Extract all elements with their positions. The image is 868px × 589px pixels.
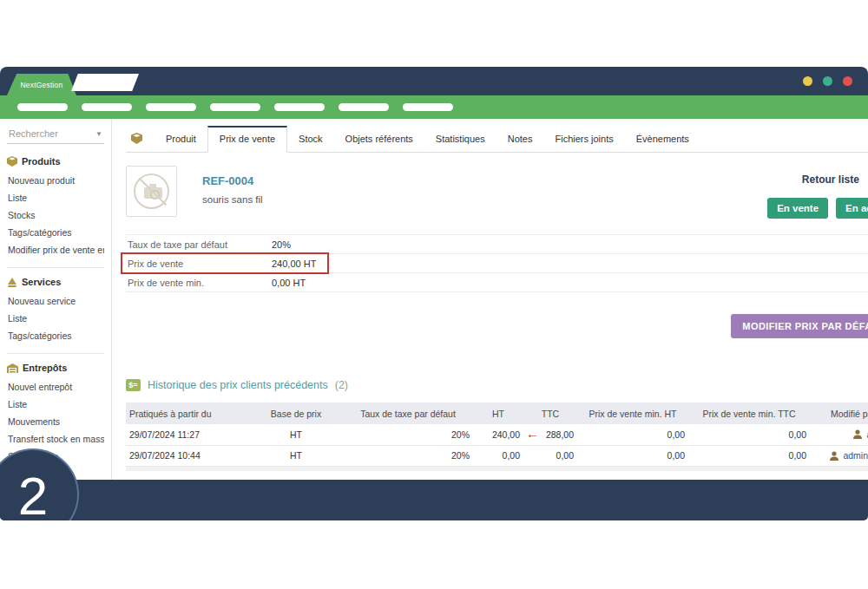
sidebar-section-title: Services: [7, 277, 104, 287]
slash-line: [139, 178, 168, 206]
price-history-icon: $=: [126, 379, 141, 391]
en-vente-button[interactable]: En vente: [767, 198, 828, 219]
screenshot-page: NextGestion Rechercher ▼: [0, 0, 868, 589]
user-link[interactable]: admin: [843, 450, 868, 461]
field-value: 240,00 HT: [272, 259, 316, 269]
nav-pill-2[interactable]: [82, 103, 132, 111]
sidebar-item-liste-services[interactable]: Liste: [7, 310, 104, 327]
product-photo-placeholder[interactable]: [126, 166, 177, 217]
sidebar-section-title: Entrepôts: [7, 363, 104, 373]
cell-date: 29/07/2024 10:44: [126, 445, 249, 466]
tab-stock[interactable]: Stock: [287, 126, 334, 152]
brand-logo[interactable]: NextGestion: [7, 74, 76, 95]
field-row-prix-min: Prix de vente min. 0,00 HT: [126, 272, 868, 291]
tab-product-home[interactable]: [126, 126, 155, 152]
nav-pill-4[interactable]: [210, 103, 260, 111]
tab-produit[interactable]: Produit: [155, 126, 207, 152]
sidebar-item-nouvel-entrepot[interactable]: Nouvel entrepôt: [7, 378, 104, 396]
cell-tax: 20%: [343, 445, 473, 466]
nav-pill-5[interactable]: [274, 103, 325, 111]
brand-ghost-shape: [71, 74, 139, 91]
chevron-down-icon: ▼: [95, 130, 102, 138]
en-achat-button[interactable]: En achat: [836, 198, 868, 219]
brand-label: NextGestion: [21, 81, 63, 89]
table-row: 29/07/2024 11:27 HT 20% 240,00← 288,00 0…: [126, 424, 868, 445]
window-dot-red-icon[interactable]: [843, 76, 852, 86]
top-title-bar: NextGestion: [0, 67, 868, 95]
sidebar-section-produits: Produits Nouveau produit Liste Stocks Ta…: [0, 147, 111, 262]
window-dot-teal-icon[interactable]: [823, 76, 832, 86]
field-value: 0,00 HT: [272, 278, 306, 288]
cell-min-ht: 0,00: [577, 445, 688, 466]
back-to-list-link[interactable]: Retour liste: [802, 173, 859, 186]
sidebar-item-nouveau-service[interactable]: Nouveau service: [7, 292, 104, 310]
history-count: (2): [335, 379, 348, 391]
services-icon: [7, 278, 17, 287]
field-label: Prix de vente min.: [126, 278, 272, 288]
col-tax: Taux de taxe par défaut: [343, 402, 473, 424]
tab-notes[interactable]: Notes: [496, 126, 544, 152]
cell-user: admin: [810, 445, 868, 466]
warehouse-icon: [7, 363, 18, 373]
product-name: souris sans fil: [202, 194, 263, 205]
tab-evenements[interactable]: Évènements: [625, 126, 700, 152]
nav-pill-3[interactable]: [146, 103, 196, 111]
tab-objets-referents[interactable]: Objets référents: [334, 126, 424, 152]
col-ht: HT: [473, 402, 523, 424]
col-min-ttc: Prix de vente min. TTC: [688, 402, 810, 424]
field-value: 20%: [272, 239, 291, 250]
app-window: NextGestion Rechercher ▼: [0, 67, 868, 520]
field-label: Taux de taxe par défaut: [126, 239, 272, 250]
sidebar: Rechercher ▼ Produits Nouveau produit Li…: [0, 119, 112, 480]
table-row: 29/07/2024 10:44 HT 20% 0,00 0,00 0,00 0…: [126, 445, 868, 466]
window-dot-yellow-icon[interactable]: [803, 76, 812, 86]
cell-base: HT: [249, 424, 343, 445]
red-arrow-icon: ←: [526, 427, 539, 440]
user-icon: [853, 429, 862, 439]
window-controls: [803, 76, 852, 86]
cell-date: 29/07/2024 11:27: [126, 424, 249, 445]
sidebar-item-mouvements[interactable]: Mouvements: [7, 413, 104, 430]
table-footer-strip: [126, 467, 868, 471]
sidebar-search-select[interactable]: Rechercher ▼: [7, 126, 104, 144]
col-min-ht: Prix de vente min. HT: [577, 402, 688, 424]
user-icon: [830, 451, 838, 461]
package-icon: [131, 133, 142, 144]
price-history-table: Pratiqués à partir du Base de prix Taux …: [126, 402, 868, 467]
tab-prix-de-vente[interactable]: Prix de vente: [207, 126, 287, 153]
main-panel: Produit Prix de vente Stock Objets référ…: [112, 119, 868, 480]
nav-pill-7[interactable]: [403, 103, 453, 111]
sidebar-item-modifier-prix[interactable]: Modifier prix de vente en ...: [7, 241, 104, 259]
sidebar-item-stocks[interactable]: Stocks: [7, 206, 104, 224]
field-label: Prix de vente: [126, 259, 272, 269]
sidebar-item-transfert-stock[interactable]: Transfert stock en masse: [7, 430, 104, 448]
tab-statistiques[interactable]: Statistiques: [424, 126, 496, 152]
search-placeholder: Rechercher: [9, 128, 58, 139]
tab-bar: Produit Prix de vente Stock Objets référ…: [126, 126, 868, 153]
cell-min-ttc: 0,00: [688, 424, 810, 445]
sidebar-item-tags-services[interactable]: Tags/catégories: [7, 327, 104, 344]
product-reference[interactable]: REF-0004: [202, 174, 263, 187]
cell-ttc: 0,00: [523, 445, 577, 466]
cell-ht: 0,00: [473, 445, 523, 466]
field-row-tax: Taux de taxe par défaut 20%: [126, 234, 868, 253]
bottom-bar: [0, 480, 868, 520]
sidebar-item-nouveau-produit[interactable]: Nouveau produit: [7, 172, 104, 189]
sidebar-item-liste-entrepots[interactable]: Liste: [7, 396, 104, 413]
cell-base: HT: [249, 445, 343, 466]
step-number: 2: [18, 465, 48, 521]
sidebar-item-liste-produits[interactable]: Liste: [7, 189, 104, 206]
col-date: Pratiqués à partir du: [126, 402, 249, 424]
no-photo-icon: [134, 173, 169, 209]
product-header: REF-0004 souris sans fil Retour liste < …: [126, 166, 868, 219]
sidebar-section-title: Produits: [7, 156, 104, 167]
main-navbar: [0, 95, 868, 119]
history-title: Historique des prix clients précédents: [148, 379, 328, 391]
tab-fichiers-joints[interactable]: Fichiers joints: [543, 126, 624, 152]
nav-pill-1[interactable]: [17, 103, 68, 111]
modifier-prix-button[interactable]: MODIFIER PRIX PAR DÉFAUT: [731, 314, 868, 338]
history-section-header: $= Historique des prix clients précédent…: [126, 379, 868, 391]
sidebar-item-tags-produits[interactable]: Tags/catégories: [7, 224, 104, 241]
package-icon: [7, 156, 17, 167]
nav-pill-6[interactable]: [339, 103, 389, 111]
